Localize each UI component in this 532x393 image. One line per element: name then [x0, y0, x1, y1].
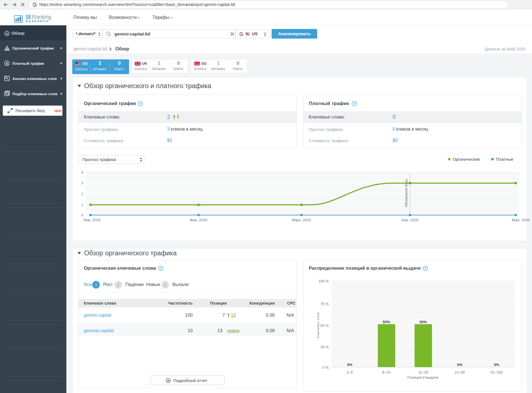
svg-text:?: ? — [160, 267, 162, 270]
svg-text:$: $ — [6, 61, 8, 65]
svg-text:?: ? — [353, 102, 355, 105]
svg-text:RESEARCH: RESEARCH — [26, 19, 49, 23]
svg-text:?: ? — [139, 102, 141, 105]
svg-text:?: ? — [425, 267, 427, 270]
